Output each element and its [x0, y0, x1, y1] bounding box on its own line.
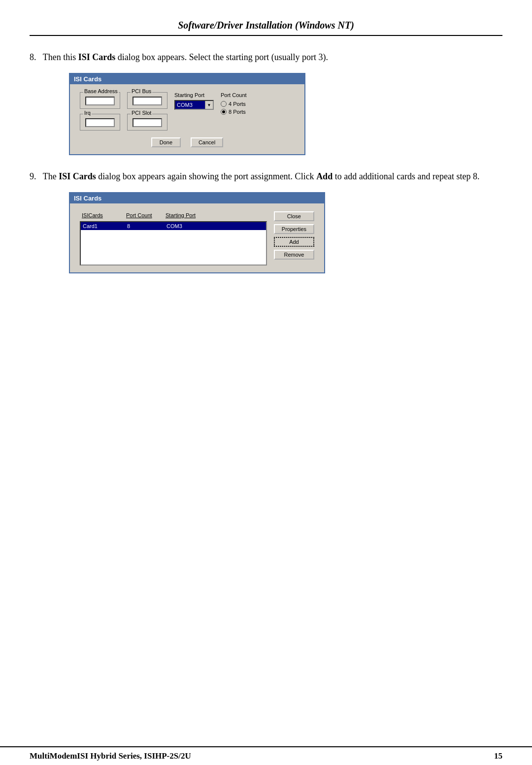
step-9: 9. The ISI Cards dialog box appears agai… — [30, 170, 502, 273]
col-port-count-header: Port Count — [124, 211, 164, 219]
pci-slot-input[interactable] — [133, 118, 162, 127]
close-button[interactable]: Close — [274, 211, 314, 221]
starting-port-value: COM3 — [175, 101, 205, 109]
table-row[interactable]: Card1 8 COM3 — [81, 222, 266, 230]
step-9-text: 9. The ISI Cards dialog box appears agai… — [30, 170, 502, 183]
page-footer: MultiModemISI Hybrid Series, ISIHP-2S/2U… — [0, 746, 532, 765]
radio-8ports-circle[interactable] — [221, 109, 227, 115]
properties-button[interactable]: Properties — [274, 224, 314, 234]
footer-left: MultiModemISI Hybrid Series, ISIHP-2S/2U — [30, 751, 191, 761]
page-header: Software/Driver Installation (Windows NT… — [30, 20, 502, 36]
step-8: 8. Then this ISI Cards dialog box appear… — [30, 51, 502, 155]
dialog1-buttons: Done Cancel — [80, 137, 295, 147]
col-starting-port-header: Starting Port — [164, 211, 267, 219]
list-header-row: ISICards Port Count Starting Port — [80, 211, 267, 219]
starting-port-section: Starting Port COM3 ▼ — [174, 92, 214, 110]
radio-4ports[interactable]: 4 Ports — [221, 101, 246, 107]
dialog1-content: Base Address Irq PCI Bus — [70, 84, 304, 154]
remove-button[interactable]: Remove — [274, 250, 314, 260]
base-address-group: Base Address — [80, 92, 120, 109]
footer-right: 15 — [494, 751, 502, 761]
list-data-table: Card1 8 COM3 — [81, 222, 266, 250]
radio-8ports-label: 8 Ports — [229, 109, 246, 115]
step-8-text: 8. Then this ISI Cards dialog box appear… — [30, 51, 502, 64]
port-count-group: Port Count 4 Ports 8 Ports — [221, 92, 247, 117]
table-row-empty — [81, 230, 266, 240]
starting-port-label: Starting Port — [174, 92, 204, 98]
page-container: Software/Driver Installation (Windows NT… — [0, 0, 532, 765]
col-isicards-header: ISICards — [80, 211, 124, 219]
dialog1-wrapper: ISI Cards Base Address Irq — [69, 73, 502, 155]
irq-input[interactable] — [85, 118, 115, 127]
dialog2-wrapper: ISI Cards ISICards Port Coun — [69, 192, 502, 273]
irq-label: Irq — [83, 110, 92, 116]
done-button[interactable]: Done — [151, 137, 181, 147]
cancel-button[interactable]: Cancel — [191, 137, 223, 147]
step-9-number: 9. — [30, 171, 41, 181]
irq-group: Irq — [80, 114, 120, 131]
dialog2-body: ISICards Port Count Starting Port — [80, 211, 314, 266]
dialog2-right: Close Properties Add Remove — [274, 211, 314, 266]
step-8-number: 8. — [30, 52, 41, 62]
row1-port: COM3 — [165, 222, 266, 230]
table-row-empty2 — [81, 240, 266, 250]
step-9-text-plain: The ISI Cards dialog box appears again s… — [43, 171, 480, 181]
radio-8ports[interactable]: 8 Ports — [221, 109, 246, 115]
dialog2-title: ISI Cards — [74, 195, 101, 202]
dialog2: ISI Cards ISICards Port Coun — [69, 192, 325, 273]
dialog1: ISI Cards Base Address Irq — [69, 73, 305, 155]
step-8-text-plain: Then this ISI Cards dialog box appears. … — [43, 52, 328, 62]
header-title: Software/Driver Installation (Windows NT… — [178, 20, 354, 31]
radio-4ports-label: 4 Ports — [229, 101, 246, 107]
add-button[interactable]: Add — [274, 237, 314, 247]
list-area[interactable]: Card1 8 COM3 — [80, 221, 267, 266]
starting-port-group: Starting Port COM3 ▼ — [174, 92, 214, 110]
base-address-input[interactable] — [85, 97, 115, 105]
dialog1-title: ISI Cards — [74, 75, 101, 83]
starting-port-select[interactable]: COM3 ▼ — [174, 100, 214, 110]
dialog1-titlebar: ISI Cards — [70, 74, 304, 84]
dialog2-content: ISICards Port Count Starting Port — [70, 203, 324, 272]
base-address-label: Base Address — [83, 88, 119, 94]
dialog2-titlebar: ISI Cards — [70, 193, 324, 203]
middle-fields: PCI Bus PCI Slot — [127, 92, 167, 131]
list-header-table: ISICards Port Count Starting Port — [80, 211, 267, 219]
radio-4ports-circle[interactable] — [221, 101, 227, 107]
dropdown-arrow-icon[interactable]: ▼ — [205, 101, 213, 109]
left-fields: Base Address Irq — [80, 92, 120, 131]
pci-bus-input[interactable] — [133, 97, 162, 105]
row1-count: 8 — [125, 222, 165, 230]
dialog2-left: ISICards Port Count Starting Port — [80, 211, 274, 266]
pci-bus-label: PCI Bus — [131, 88, 152, 94]
pci-slot-group: PCI Slot — [127, 114, 167, 131]
row1-card: Card1 — [81, 222, 125, 230]
dialog1-body: Base Address Irq PCI Bus — [80, 92, 295, 131]
pci-slot-label: PCI Slot — [131, 110, 152, 116]
port-count-label: Port Count — [221, 92, 247, 98]
pci-bus-group: PCI Bus — [127, 92, 167, 109]
